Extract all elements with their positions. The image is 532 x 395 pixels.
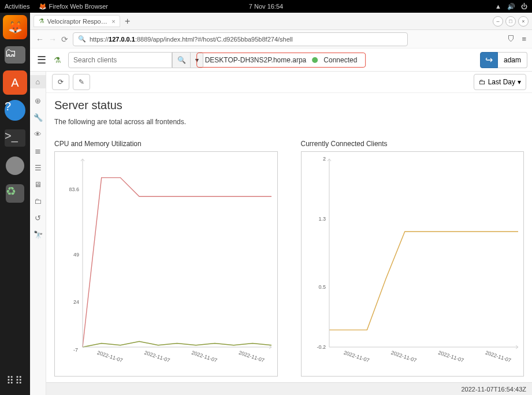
- power-icon[interactable]: ⏻: [521, 3, 527, 10]
- timerange-dropdown[interactable]: 🗀 Last Day ▾: [474, 74, 526, 90]
- menu-icon[interactable]: ≡: [522, 35, 526, 43]
- svg-text:49: 49: [73, 252, 79, 258]
- window-minimize[interactable]: –: [493, 16, 503, 27]
- svg-text:24: 24: [73, 299, 79, 305]
- svg-text:2022-11-07: 2022-11-07: [96, 350, 124, 364]
- refresh-button[interactable]: ⟳: [52, 74, 69, 90]
- sidebar-home[interactable]: ⌂: [30, 75, 46, 88]
- dock-trash[interactable]: ♻: [3, 181, 27, 206]
- app-menu-button[interactable]: ☰: [35, 54, 49, 66]
- svg-text:2: 2: [322, 156, 325, 162]
- host-name: DESKTOP-DH3NS2P.home.arpa: [205, 56, 307, 64]
- timestamp: 2022-11-07T16:54:43Z: [461, 386, 526, 393]
- sidebar-binoculars-icon[interactable]: 🔭: [34, 230, 43, 239]
- svg-text:1.3: 1.3: [318, 216, 326, 222]
- browser-window: ⚗ Velociraptor Response a × + – □ × ← → …: [30, 13, 532, 395]
- tab-title: Velociraptor Response a: [47, 18, 109, 25]
- dock: 🦊 🗂 A ? >_ ♻ ⠿⠿: [0, 13, 30, 395]
- tab-bar: ⚗ Velociraptor Response a × + – □ ×: [30, 13, 532, 30]
- dock-disk[interactable]: [3, 154, 27, 178]
- new-tab-button[interactable]: +: [125, 16, 130, 27]
- status-bar: 2022-11-07T16:54:43Z: [46, 382, 532, 395]
- window-close[interactable]: ×: [518, 16, 529, 27]
- sidebar-server-icon[interactable]: ☰: [35, 163, 42, 172]
- svg-text:2022-11-07: 2022-11-07: [343, 350, 370, 364]
- window-maximize[interactable]: □: [505, 16, 516, 27]
- forward-button[interactable]: →: [49, 35, 57, 44]
- favicon-icon: ⚗: [39, 17, 44, 25]
- svg-text:2022-11-07: 2022-11-07: [485, 350, 512, 364]
- svg-text:2022-11-07: 2022-11-07: [238, 350, 265, 364]
- svg-text:2022-11-07: 2022-11-07: [144, 350, 171, 364]
- dock-files[interactable]: 🗂: [3, 43, 27, 67]
- sidebar-list-icon[interactable]: ≣: [35, 147, 41, 155]
- svg-text:2022-11-07: 2022-11-07: [191, 350, 218, 364]
- search-button[interactable]: 🔍: [172, 52, 191, 68]
- svg-text:2022-11-07: 2022-11-07: [437, 350, 464, 364]
- logout-button[interactable]: ↪: [480, 52, 498, 68]
- dock-terminal[interactable]: >_: [3, 126, 27, 150]
- chevron-down-icon: ▾: [518, 78, 521, 86]
- page-title: Server status: [54, 99, 524, 112]
- sidebar-folder-icon[interactable]: 🗀: [34, 197, 42, 206]
- tab-close-icon[interactable]: ×: [111, 18, 115, 25]
- volume-icon[interactable]: 🔊: [507, 3, 515, 10]
- sidebar-laptop-icon[interactable]: 🖥: [34, 180, 42, 189]
- svg-text:0.5: 0.5: [318, 285, 326, 290]
- sidebar-target-icon[interactable]: ⊕: [35, 96, 41, 105]
- reload-button[interactable]: ⟳: [61, 35, 68, 44]
- page-subtitle: The following are total across all front…: [54, 118, 524, 126]
- clock[interactable]: 7 Nov 16:54: [249, 3, 283, 10]
- shield-icon[interactable]: ⛉: [507, 35, 515, 43]
- os-topbar: Activities 🦊 Firefox Web Browser 7 Nov 1…: [0, 0, 532, 13]
- chart-cpu-memory[interactable]: 244983.6-72022-11-072022-11-072022-11-07…: [54, 151, 278, 377]
- back-button[interactable]: ←: [36, 35, 44, 44]
- status-dot-icon: [312, 57, 318, 63]
- dock-help[interactable]: ?: [3, 98, 27, 122]
- sidebar-eye-icon[interactable]: 👁: [34, 130, 42, 139]
- sidebar-wrench-icon[interactable]: 🔧: [34, 113, 43, 122]
- username[interactable]: adam: [498, 52, 527, 68]
- lock-icon: 🔍: [78, 35, 86, 43]
- app-indicator[interactable]: 🦊 Firefox Web Browser: [39, 3, 108, 10]
- chart2-title: Currently Connected Clients: [301, 140, 524, 148]
- network-icon[interactable]: ▲: [495, 3, 501, 10]
- address-input[interactable]: 🔍 https://127.0.0.1:8889/app/index.html?…: [73, 32, 408, 46]
- connection-status: Connected: [323, 56, 357, 64]
- sidebar-history-icon[interactable]: ↺: [35, 214, 41, 222]
- calendar-icon: 🗀: [479, 78, 486, 86]
- toolbar: ⟳ ✎ 🗀 Last Day ▾: [46, 72, 532, 93]
- svg-text:-0.2: -0.2: [317, 344, 326, 350]
- velociraptor-logo-icon: ⚗: [52, 54, 62, 66]
- dock-firefox[interactable]: 🦊: [3, 15, 27, 39]
- activities-button[interactable]: Activities: [5, 3, 29, 10]
- chart1-title: CPU and Memory Utilization: [54, 140, 278, 148]
- browser-tab[interactable]: ⚗ Velociraptor Response a ×: [34, 15, 120, 27]
- host-badge[interactable]: DESKTOP-DH3NS2P.home.arpa Connected: [196, 53, 366, 68]
- app-bar: ☰ ⚗ 🔍 ▾ DESKTOP-DH3NS2P.home.arpa Connec…: [30, 49, 532, 72]
- chart-connected-clients[interactable]: -0.20.51.322022-11-072022-11-072022-11-0…: [301, 151, 524, 377]
- edit-button[interactable]: ✎: [73, 74, 90, 90]
- svg-text:-7: -7: [73, 347, 78, 353]
- svg-text:83.6: 83.6: [69, 187, 79, 193]
- search-input[interactable]: [68, 52, 172, 68]
- url-bar: ← → ⟳ 🔍 https://127.0.0.1:8889/app/index…: [30, 30, 532, 49]
- dock-software[interactable]: A: [3, 70, 27, 95]
- dock-show-apps[interactable]: ⠿⠿: [6, 374, 24, 387]
- svg-text:2022-11-07: 2022-11-07: [390, 350, 417, 364]
- sidebar: ⌂ ⊕ 🔧 👁 ≣ ☰ 🖥 🗀 ↺ 🔭: [30, 72, 46, 395]
